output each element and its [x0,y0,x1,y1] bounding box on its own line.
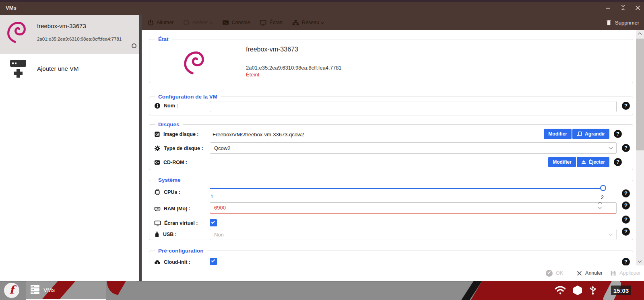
etat-vm-ip: 2a01:e35:2ea9:6310:98ea:8cff:fea4:7781 [246,65,342,71]
cloudinit-checkbox[interactable] [210,258,217,265]
stop-button[interactable]: Arrêter [178,15,217,30]
type-disque-select[interactable]: Qcow2 [210,142,617,154]
ecran-virtuel-label: Écran virtuel : [154,220,198,226]
minimize-button[interactable] [603,0,613,15]
taskbar-clock[interactable]: 15:03 [611,286,631,295]
select-chevron-icon [609,146,613,150]
vm-list-sidebar: freebox-vm-33673 2a01:e35:2ea9:6310:98ea… [0,15,139,281]
ecran-virtuel-checkbox[interactable] [210,219,217,226]
vm-list-item-selected[interactable]: freebox-vm-33673 2a01:e35:2ea9:6310:98ea… [0,15,139,54]
modifier-image-button[interactable]: Modifier [544,129,572,139]
debian-logo [6,20,27,44]
ram-label: RAM (Mo) : [154,205,190,212]
network-caret-icon [321,20,324,23]
network-button[interactable]: Réseau [287,15,328,30]
network-icon [292,19,299,26]
console-label: Console [232,20,250,25]
systeme-legend: Système [155,177,184,183]
annuler-button[interactable]: Annuler [577,270,603,276]
info-icon [154,103,161,109]
usb-select[interactable]: Non [210,229,617,240]
cloudinit-help-icon[interactable]: ? [622,258,630,265]
image-disque-label: Image disque : [154,131,199,138]
cpus-slider[interactable] [210,185,606,192]
close-button[interactable] [633,0,642,15]
restore-button[interactable] [618,0,628,15]
agrandir-button[interactable]: Agrandir [572,129,609,139]
console-button[interactable]: Console [217,15,255,30]
cpus-max-label: 2 [601,195,604,200]
minimize-icon [605,5,611,10]
close-icon [635,5,641,11]
cdrom-buttons: Modifier Éjecter [548,157,609,167]
usb-icon [154,231,160,238]
appliquer-button[interactable]: Appliquer [610,270,641,276]
cpus-help-icon[interactable]: ? [622,189,630,197]
scroll-up-icon[interactable] [638,33,642,37]
cdrom-help-icon[interactable]: ? [614,158,622,166]
cancel-icon [577,271,582,276]
preconfiguration-legend: Pré-configuration [155,248,207,254]
trash-icon [606,19,612,26]
vm-status-icon [132,43,136,48]
vm-ip: 2a01:e35:2ea9:6310:98ea:8cff:fea4:7781 [37,37,122,41]
image-disque-buttons: Modifier Agrandir [544,129,609,139]
usb-tray-icon[interactable] [589,285,597,296]
scrollbar[interactable] [636,30,644,265]
section-configuration: Configuration de la VM Nom : ? [149,97,633,115]
usb-label: USB : [154,231,177,238]
gear-icon [154,145,161,152]
section-disques: Disques Image disque : Freebox/VMs/freeb… [149,124,633,170]
ecran-virtuel-help-icon[interactable]: ? [622,216,630,224]
power-icon [147,19,154,26]
ram-spinner[interactable] [597,202,603,208]
delete-button[interactable]: Supprimer [606,15,639,30]
add-vm-icon [9,58,27,78]
cpus-slider-thumb[interactable] [600,185,606,191]
image-disque-help-icon[interactable]: ? [614,130,622,138]
window-title: VMs [6,5,17,11]
ejecter-button[interactable]: Éjecter [577,157,609,167]
scrollbar-thumb[interactable] [636,39,644,150]
title-bar: VMs [0,0,644,15]
type-disque-help-icon[interactable]: ? [622,144,630,152]
cloud-icon [154,259,161,265]
power-on-button[interactable]: Allumer [142,15,178,30]
scroll-down-icon[interactable] [638,259,642,263]
screen-button[interactable]: Écran [255,15,287,30]
add-vm-item[interactable]: Ajouter une VM [0,54,139,83]
etat-legend: État [155,36,172,42]
delete-label: Supprimer [615,20,639,26]
nom-row-label: Nom : [154,103,178,109]
screen-icon [260,19,266,26]
debian-logo-large [183,50,205,76]
virtual-screen-icon [154,220,161,226]
nom-input[interactable] [210,101,617,112]
shield-hexagon-icon[interactable] [572,285,583,296]
usb-select-chevron-icon [609,232,613,236]
etat-vm-state: Éteint [246,72,259,78]
add-vm-label: Ajouter une VM [37,65,78,72]
cloudinit-label: Cloud-init : [154,259,190,265]
stop-icon [183,19,190,26]
ram-input[interactable] [210,202,617,214]
usb-help-icon[interactable]: ? [622,228,630,236]
type-disque-label: Type de disque : [154,145,203,152]
modifier-cdrom-button[interactable]: Modifier [548,157,576,167]
cpus-label: CPUs : [154,189,180,195]
vm-settings-panel: État freebox-vm-33673 2a01:e35:2ea9:6310… [142,30,636,265]
section-preconfiguration: Pré-configuration Cloud-init : ? [149,251,633,265]
freebox-logo[interactable]: f [4,283,19,298]
ok-button[interactable]: OK [546,270,563,277]
network-label: Réseau [302,20,319,25]
wifi-icon[interactable] [555,285,566,296]
taskbar-vms-underline-holder [26,281,106,300]
freebox-vm-window: VMs freebox-vm-33673 2a01:e35:2ea9:6310:… [0,0,644,300]
vm-toolbar: Allumer Arrêter Console Écran Réseau Sup… [142,15,644,30]
system-taskbar: f VMs 15:03 [0,281,644,300]
ram-help-icon[interactable]: ? [622,201,630,210]
restore-icon [620,5,626,10]
nom-help-icon[interactable]: ? [622,102,630,110]
ok-check-icon [546,270,553,277]
stop-label: Arrêter [192,20,208,25]
